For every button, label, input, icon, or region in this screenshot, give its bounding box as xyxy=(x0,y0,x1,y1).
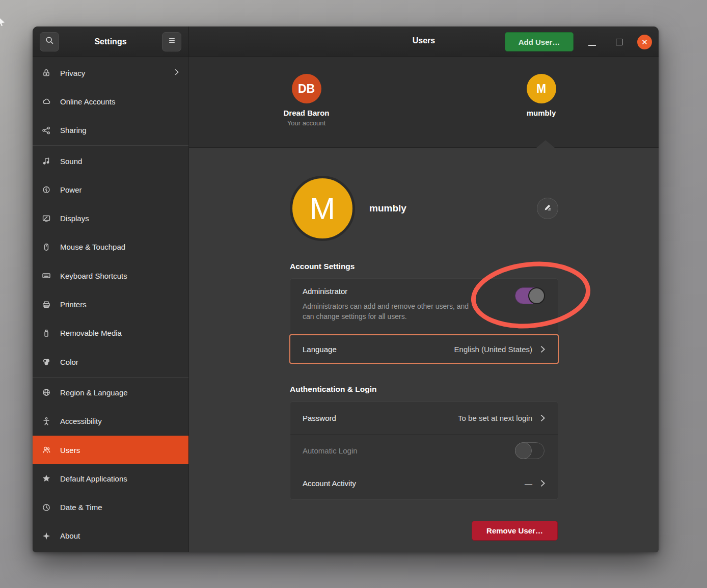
sidebar-separator xyxy=(33,377,188,378)
profile-avatar[interactable]: M xyxy=(290,176,355,241)
chevron-right-icon xyxy=(540,479,546,488)
printer-icon xyxy=(41,300,52,309)
sidebar-item-about[interactable]: About xyxy=(33,522,188,550)
language-value: English (United States) xyxy=(454,345,532,354)
profile-name: mumbly xyxy=(369,203,406,214)
power-icon xyxy=(41,185,52,194)
administrator-description: Administrators can add and remove other … xyxy=(303,301,546,322)
sidebar-item-label: Accessibility xyxy=(60,417,102,425)
sidebar-separator xyxy=(33,145,188,146)
page-title: Users xyxy=(189,36,659,45)
sidebar-item-mouse-touchpad[interactable]: Mouse & Touchpad xyxy=(33,233,188,261)
edit-name-button[interactable] xyxy=(537,198,558,219)
sidebar-item-label: About xyxy=(60,531,80,540)
sidebar-item-privacy[interactable]: Privacy xyxy=(33,59,188,87)
password-value: To be set at next login xyxy=(458,414,532,422)
user-name: Dread Baron xyxy=(283,109,329,117)
sidebar-item-users[interactable]: Users xyxy=(33,436,188,464)
accessibility-icon xyxy=(41,417,52,426)
sidebar-item-removable-media[interactable]: Removable Media xyxy=(33,319,188,348)
sidebar-item-label: Default Applications xyxy=(60,474,127,483)
sidebar-item-keyboard-shortcuts[interactable]: Keyboard Shortcuts xyxy=(33,261,188,290)
administrator-toggle[interactable] xyxy=(515,287,545,304)
sidebar-item-label: Date & Time xyxy=(60,503,102,512)
cloud-icon xyxy=(41,97,52,106)
globe-icon xyxy=(41,388,52,397)
search-button[interactable] xyxy=(40,32,59,51)
chevron-right-icon xyxy=(540,345,546,354)
sidebar-item-displays[interactable]: Displays xyxy=(33,204,188,232)
usb-drive-icon xyxy=(41,329,52,338)
toggle-knob xyxy=(528,287,545,304)
account-settings-heading: Account Settings xyxy=(290,262,355,271)
desktop-background: Settings Users Add User… ✕ xyxy=(0,0,707,588)
administrator-row: Administrator Administrators can add and… xyxy=(290,278,558,334)
chevron-right-icon xyxy=(174,68,179,77)
authentication-card: Password To be set at next login Automat… xyxy=(290,402,558,500)
remove-user-button[interactable]: Remove User… xyxy=(472,521,558,541)
sidebar-item-color[interactable]: Color xyxy=(33,348,188,376)
sidebar-item-power[interactable]: Power xyxy=(33,175,188,204)
titlebar: Settings Users Add User… ✕ xyxy=(33,26,659,57)
sidebar-item-default-applications[interactable]: Default Applications xyxy=(33,464,188,493)
avatar-mumbly: M xyxy=(527,74,556,103)
sidebar-item-online-accounts[interactable]: Online Accounts xyxy=(33,87,188,116)
your-account-label: Your account xyxy=(287,119,325,127)
sidebar-item-label: Power xyxy=(60,185,82,194)
sidebar-item-label: Sharing xyxy=(60,126,87,135)
administrator-label: Administrator xyxy=(303,287,546,296)
selected-user-notch xyxy=(536,140,555,148)
sidebar-item-region-language[interactable]: Region & Language xyxy=(33,378,188,407)
settings-sidebar: Privacy Online Accounts Sharing Sound Po… xyxy=(33,57,189,552)
profile-row: M mumbly xyxy=(290,176,558,241)
share-icon xyxy=(41,126,52,135)
minimize-button[interactable] xyxy=(588,45,596,46)
close-icon: ✕ xyxy=(641,38,648,47)
sidebar-item-label: Removable Media xyxy=(60,329,122,337)
user-selector-strip: DB Dread Baron Your account M mumbly xyxy=(189,57,659,148)
sidebar-item-accessibility[interactable]: Accessibility xyxy=(33,407,188,436)
toggle-knob xyxy=(515,442,532,459)
user-card-dread-baron[interactable]: DB Dread Baron Your account xyxy=(189,57,424,147)
sidebar-item-label: Color xyxy=(60,358,78,366)
user-name: mumbly xyxy=(527,109,556,117)
sidebar-item-date-time[interactable]: Date & Time xyxy=(33,493,188,521)
add-user-button[interactable]: Add User… xyxy=(505,32,574,51)
sidebar-item-sharing[interactable]: Sharing xyxy=(33,116,188,145)
display-icon xyxy=(41,214,52,223)
user-detail-panel: M mumbly Account Se xyxy=(189,148,659,552)
maximize-button[interactable] xyxy=(616,39,622,45)
sidebar-item-label: Mouse & Touchpad xyxy=(60,243,125,251)
close-button[interactable]: ✕ xyxy=(637,35,652,49)
users-panel: DB Dread Baron Your account M mumbly M m… xyxy=(189,57,659,552)
titlebar-main-section: Users Add User… ✕ xyxy=(189,26,659,57)
mouse-cursor xyxy=(0,18,5,26)
account-activity-label: Account Activity xyxy=(303,479,356,488)
language-label: Language xyxy=(303,345,337,354)
sidebar-item-label: Privacy xyxy=(60,69,85,77)
sidebar-item-label: Users xyxy=(60,446,80,455)
clock-icon xyxy=(41,503,52,512)
sidebar-item-label: Online Accounts xyxy=(60,97,115,106)
sidebar-item-label: Region & Language xyxy=(60,388,128,397)
sidebar-item-label: Keyboard Shortcuts xyxy=(60,272,127,280)
language-row[interactable]: Language English (United States) xyxy=(289,334,559,364)
account-activity-row[interactable]: Account Activity — xyxy=(290,467,558,499)
star-icon xyxy=(41,474,52,483)
password-row[interactable]: Password To be set at next login xyxy=(290,402,558,434)
menu-button[interactable] xyxy=(162,32,181,51)
automatic-login-toggle[interactable] xyxy=(515,442,545,459)
sidebar-item-printers[interactable]: Printers xyxy=(33,290,188,318)
sidebar-item-label: Displays xyxy=(60,214,89,223)
color-icon xyxy=(41,357,52,366)
automatic-login-label: Automatic Login xyxy=(303,446,358,455)
keyboard-icon xyxy=(41,271,52,280)
user-card-mumbly[interactable]: M mumbly xyxy=(424,57,659,147)
lock-icon xyxy=(41,68,52,77)
automatic-login-row: Automatic Login xyxy=(290,434,558,467)
sidebar-item-sound[interactable]: Sound xyxy=(33,147,188,175)
settings-window: Settings Users Add User… ✕ xyxy=(33,26,659,552)
sparkle-icon xyxy=(41,531,52,541)
users-icon xyxy=(41,445,52,455)
music-note-icon xyxy=(41,156,52,166)
